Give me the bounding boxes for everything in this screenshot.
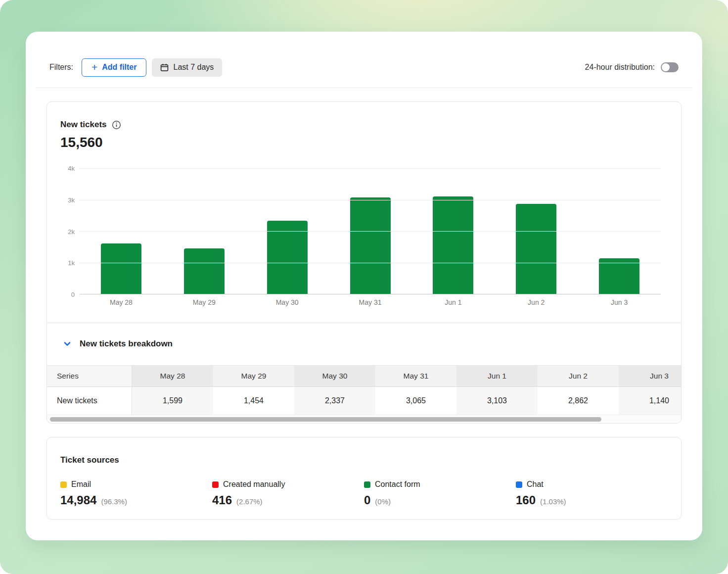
source-values: 14,984(96.3%) [60,493,212,507]
source-percent: (96.3%) [101,497,127,506]
table-header-may-28: May 28 [132,366,213,386]
filter-bar: Filters: + Add filter Last 7 days 24-hou… [49,58,679,77]
breakdown-title: New tickets breakdown [80,339,173,349]
gridline [80,263,661,263]
info-icon[interactable] [112,120,121,130]
y-tick-label: 2k [68,228,75,235]
ticket-sources-panel: Ticket sources Email14,984(96.3%)Created… [46,437,682,520]
table-header-row: SeriesMay 28May 29May 30May 31Jun 1Jun 2… [47,366,681,387]
source-label: Created manually [223,480,285,489]
table-cell-value: 2,862 [538,387,619,415]
bar-may-28[interactable] [101,243,141,294]
source-count: 416 [212,493,232,507]
table-cell-value: 3,103 [456,387,538,415]
table-header-jun-3: Jun 3 [619,366,681,386]
legend-swatch-icon [212,481,219,488]
table-header-may-31: May 31 [375,366,456,386]
bar-may-29[interactable] [184,248,225,294]
source-label: Chat [527,480,544,489]
source-values: 0(0%) [364,493,516,507]
scrollbar-thumb[interactable] [50,417,601,422]
table-cell-row-label: New tickets [47,387,132,415]
x-tick-label: May 31 [329,298,412,306]
table-header-jun-2: Jun 2 [538,366,619,386]
y-tick-label: 3k [68,196,75,203]
table-header-jun-1: Jun 1 [456,366,538,386]
table-header-may-30: May 30 [294,366,375,386]
panel-header: New tickets 15,560 [47,102,681,150]
source-item-created-manually: Created manually416(2.67%) [212,480,364,507]
y-tick-label: 0 [71,291,75,298]
distribution-toggle[interactable] [661,62,679,72]
table-cell-value: 1,140 [619,387,681,415]
panel-title: New tickets [60,120,107,130]
y-axis: 4k3k2k1k0 [60,168,75,294]
table-row: New tickets1,5991,4542,3373,0653,1032,86… [47,387,681,415]
source-values: 416(2.67%) [212,493,364,507]
chevron-down-icon [63,340,71,348]
table-cell-value: 1,599 [132,387,213,415]
plus-icon: + [91,62,97,72]
legend-swatch-icon [60,481,67,488]
table-header-may-29: May 29 [213,366,294,386]
add-filter-button[interactable]: + Add filter [82,58,146,77]
plot-area [80,168,661,294]
source-percent: (1.03%) [540,497,566,506]
gridline [80,231,661,232]
toggle-knob [662,63,670,71]
source-count: 14,984 [60,493,96,507]
source-percent: (2.67%) [236,497,263,506]
table-cell-value: 1,454 [213,387,294,415]
calendar-icon [160,63,169,72]
distribution-control: 24-hour distribution: [585,62,679,72]
source-item-chat: Chat160(1.03%) [516,480,668,507]
total-count: 15,560 [60,135,668,150]
table-cell-value: 2,337 [294,387,375,415]
breakdown-table: SeriesMay 28May 29May 30May 31Jun 1Jun 2… [47,365,681,415]
x-tick-label: Jun 3 [578,298,661,306]
source-count: 0 [364,493,370,507]
add-filter-label: Add filter [102,63,136,72]
date-range-label: Last 7 days [173,63,214,72]
source-values: 160(1.03%) [516,493,668,507]
y-tick-label: 4k [68,165,75,172]
bar-jun-1[interactable] [433,196,473,294]
new-tickets-chart: 4k3k2k1k0 May 28May 29May 30May 31Jun 1J… [60,168,668,317]
header-divider [36,88,692,88]
dashboard-card: Filters: + Add filter Last 7 days 24-hou… [26,32,702,540]
source-legend: Contact form [364,480,516,489]
date-range-button[interactable]: Last 7 days [152,58,222,77]
x-tick-label: May 30 [246,298,329,306]
table-cell-value: 3,065 [375,387,456,415]
y-tick-label: 1k [68,259,75,267]
ticket-sources-title: Ticket sources [60,455,668,465]
table-header-series: Series [47,366,132,386]
new-tickets-panel: New tickets 15,560 4k3k2k1k0 May 28May 2… [46,101,682,424]
bar-jun-2[interactable] [516,204,556,294]
source-legend: Created manually [212,480,364,489]
legend-swatch-icon [516,481,522,488]
gridline [80,168,661,169]
legend-swatch-icon [364,481,370,488]
x-tick-label: May 29 [163,298,246,306]
filters-label: Filters: [49,63,73,72]
source-legend: Email [60,480,212,489]
page-background: Filters: + Add filter Last 7 days 24-hou… [0,0,728,574]
source-item-email: Email14,984(96.3%) [60,480,212,507]
source-label: Contact form [375,480,420,489]
bar-jun-3[interactable] [599,258,639,294]
gridline [80,200,661,200]
x-tick-label: May 28 [80,298,163,306]
source-percent: (0%) [375,497,391,506]
source-label: Email [71,480,91,489]
x-axis: May 28May 29May 30May 31Jun 1Jun 2Jun 3 [80,298,661,306]
ticket-sources-row: Email14,984(96.3%)Created manually416(2.… [60,480,668,507]
table-scrollbar[interactable] [47,415,681,423]
source-count: 160 [516,493,536,507]
bar-may-31[interactable] [350,197,391,294]
breakdown-toggle[interactable]: New tickets breakdown [47,323,681,365]
source-item-contact-form: Contact form0(0%) [364,480,516,507]
x-tick-label: Jun 1 [411,298,495,306]
source-legend: Chat [516,480,668,489]
distribution-label: 24-hour distribution: [585,63,655,72]
